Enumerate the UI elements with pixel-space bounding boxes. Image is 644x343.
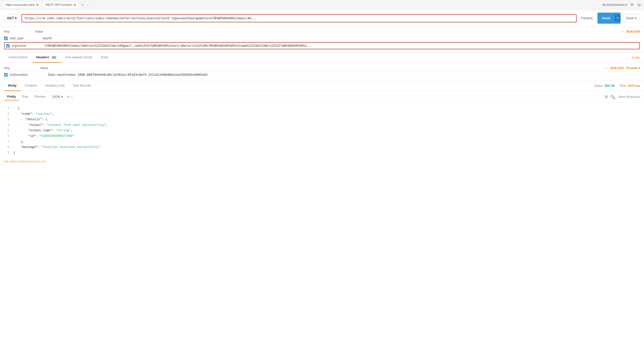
tab2-dot [74, 4, 76, 6]
send-main-button[interactable]: Send [597, 14, 615, 22]
format-tabs-right: ⧉ 🔍 Save Response [605, 95, 640, 99]
bottom-link-text[interactable]: http://plat.motheplerequitract.com [4, 160, 46, 163]
more-tabs-button[interactable]: ··· [87, 3, 90, 7]
collapse-arrow-1[interactable]: ▾ [13, 107, 15, 110]
code-line-3: 3 ▾ "details": { [4, 117, 640, 123]
line-content-9: } [13, 150, 640, 156]
format-tab-pretty[interactable]: Pretty [4, 93, 19, 100]
tab-rest-api[interactable]: REST API Function [43, 2, 78, 8]
line-content-3: ▾ "details": { [13, 117, 640, 123]
param-row-highlighted: arguments %7B%0D%0A%09%22emailAddress%22… [4, 42, 640, 49]
code-line-9: 9 } [4, 150, 640, 156]
code-line-6: 6 "id": "63095000000077006" [4, 134, 640, 139]
env-label: No Environment [602, 3, 624, 7]
params-table-header: Key Value ··· Bulk Edit [4, 29, 640, 35]
header-row-1-checkbox[interactable] [4, 73, 8, 77]
tab-authorization-label: Authorization [8, 55, 28, 59]
response-tab-body-label: Body [8, 84, 17, 87]
wrap-icon[interactable]: ≡→ [67, 95, 74, 99]
params-bulk-edit-button[interactable]: Bulk Edit [627, 30, 640, 33]
json-arrow-icon: ▾ [61, 95, 63, 99]
response-status: Status: 200 OK Time: 1970 ms [594, 84, 640, 88]
param-row-2-value: %7B%0D%0A%09%22emailAddress%22%3A%22abc%… [45, 44, 638, 48]
line-content-1: ▾ { [13, 106, 640, 112]
response-tab-body[interactable]: Body [4, 80, 21, 91]
line-content-7: }, [13, 139, 640, 145]
time-label: Time: 1970 ms [619, 84, 640, 88]
param-row-1-checkbox[interactable] [4, 36, 8, 40]
format-preview-label: Preview [34, 95, 46, 98]
line-num-2: 2 [4, 112, 9, 117]
code-line-1: 1 ▾ { [4, 106, 640, 112]
tab-accounts-zoho[interactable]: https://accounts.zoho [3, 2, 41, 8]
tab-tests[interactable]: Tests [96, 52, 112, 63]
header-row-1-value: Zoho-oauthtoken 1000.8607494449c8bc1e392… [48, 73, 640, 77]
line-content-5: "output_type": "string", [13, 128, 640, 134]
param-row-1-value: oauth [43, 36, 640, 40]
method-chevron-icon: ▾ [15, 16, 17, 20]
response-tab-cookies[interactable]: Cookies [21, 80, 41, 91]
tab1-label: https://accounts.zoho [6, 3, 35, 7]
send-arrow-button[interactable]: ▾ [615, 15, 621, 22]
response-tab-test-results-label: Test Results [73, 84, 91, 87]
headers-key-header: Key [4, 66, 40, 70]
line-num-5: 5 [4, 128, 9, 134]
code-line-8: 8 "message": "function executed successf… [4, 145, 640, 150]
save-arrow-icon: ▾ [635, 16, 637, 20]
url-bar: GET ▾ Params Send ▾ Save ▾ [0, 10, 644, 26]
header-row: Authorization Zoho-oauthtoken 1000.86074… [4, 71, 640, 78]
format-tabs: Pretty Raw Preview JSON ▾ ≡→ ⧉ 🔍 Save Re… [0, 91, 644, 103]
line-content-4: "output": "Consent form sent successfull… [13, 123, 640, 128]
request-tabs-right: Code [632, 55, 640, 59]
send-button[interactable]: Send ▾ [597, 13, 621, 24]
code-line-2: 2 "code": "success", [4, 112, 640, 117]
copy-response-icon[interactable]: ⧉ [605, 95, 608, 99]
params-key-header: Key [4, 30, 35, 33]
format-tab-raw[interactable]: Raw [19, 93, 31, 100]
response-tab-test-results[interactable]: Test Results [69, 80, 95, 91]
url-input[interactable] [22, 14, 577, 22]
save-button[interactable]: Save ▾ [623, 14, 640, 22]
response-tab-headers[interactable]: Headers (18) [41, 80, 69, 91]
top-bar: https://accounts.zoho REST API Function … [0, 0, 644, 10]
eye-icon[interactable]: 👁 [630, 3, 634, 7]
environment-selector[interactable]: No Environment ▾ [602, 3, 627, 7]
headers-presets-button[interactable]: Presets ▾ [626, 66, 640, 70]
code-line-7: 7 }, [4, 139, 640, 145]
bottom-link: http://plat.motheplerequitract.com [0, 159, 644, 164]
line-num-4: 4 [4, 123, 9, 128]
code-link[interactable]: Code [632, 55, 640, 59]
tab-authorization[interactable]: Authorization [4, 52, 32, 63]
headers-more-icon[interactable]: ··· [605, 66, 608, 70]
headers-table-header: Key Value ··· Bulk Edit Presets ▾ [4, 65, 640, 71]
headers-header-right: ··· Bulk Edit Presets ▾ [605, 66, 640, 70]
settings-icon[interactable]: ⚙ [637, 3, 641, 7]
line-num-3: 3 [4, 117, 9, 123]
tab-pre-request-script[interactable]: Pre-request Script [61, 52, 96, 63]
line-num-9: 9 [4, 150, 9, 156]
save-label: Save [626, 16, 634, 20]
time-value: 1970 ms [628, 84, 640, 88]
tab-headers[interactable]: Headers (1) [32, 52, 61, 63]
json-format-select[interactable]: JSON ▾ [50, 94, 65, 100]
collapse-arrow-3[interactable]: ▾ [21, 118, 22, 121]
params-button[interactable]: Params [579, 15, 595, 22]
method-label: GET [7, 16, 14, 20]
params-header-right: ··· Bulk Edit [621, 30, 640, 34]
search-response-icon[interactable]: 🔍 [610, 95, 615, 99]
params-more-icon[interactable]: ··· [621, 30, 624, 34]
code-line-4: 4 "output": "Consent form sent successfu… [4, 123, 640, 128]
response-tab-cookies-label: Cookies [25, 84, 37, 87]
response-tab-headers-label: Headers (18) [45, 84, 65, 87]
format-tab-preview[interactable]: Preview [31, 93, 49, 100]
tab2-label: REST API Function [46, 3, 72, 7]
param-row-2-key: arguments [12, 44, 43, 48]
tab1-dot [36, 4, 38, 6]
headers-area: Key Value ··· Bulk Edit Presets ▾ Author… [0, 63, 644, 80]
status-value: 200 OK [604, 84, 615, 88]
add-tab-button[interactable]: + [80, 3, 85, 7]
param-row-2-checkbox[interactable] [6, 44, 10, 48]
save-response-button[interactable]: Save Response [618, 95, 640, 99]
method-dropdown[interactable]: GET ▾ [4, 14, 20, 22]
headers-bulk-edit-button[interactable]: Bulk Edit [610, 66, 624, 70]
